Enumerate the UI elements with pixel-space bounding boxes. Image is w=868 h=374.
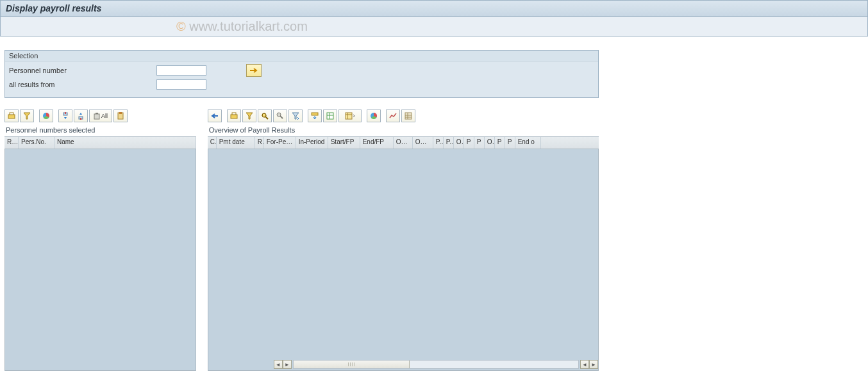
- filter-button[interactable]: [242, 110, 256, 122]
- multiple-selection-button[interactable]: [246, 64, 262, 77]
- col-c[interactable]: C: [208, 137, 217, 149]
- col-p1[interactable]: P...: [433, 137, 444, 149]
- col-o1[interactable]: O: [454, 137, 464, 149]
- svg-rect-26: [405, 113, 412, 119]
- scroll-right-step-button[interactable]: ►: [283, 360, 292, 369]
- layout-button[interactable]: [338, 110, 362, 122]
- filter-button[interactable]: [20, 110, 34, 122]
- left-toolbar: All: [4, 108, 196, 125]
- page-title: Display payroll results: [6, 3, 101, 13]
- scroll-track[interactable]: [293, 360, 579, 369]
- svg-rect-11: [231, 115, 237, 118]
- right-panel-heading: Overview of Payroll Results: [208, 125, 599, 136]
- all-results-from-label: all results from: [9, 81, 156, 88]
- grid-settings-button[interactable]: [401, 110, 415, 122]
- col-oc-1[interactable]: OC ...: [394, 137, 413, 149]
- col-in-period[interactable]: In-Period: [296, 137, 328, 149]
- svg-line-15: [265, 117, 268, 119]
- svg-rect-18: [312, 113, 318, 115]
- chart-button[interactable]: [39, 110, 53, 122]
- left-col-name[interactable]: Name: [54, 137, 196, 149]
- col-p5[interactable]: P: [495, 137, 505, 149]
- personnel-number-input[interactable]: [156, 65, 206, 76]
- col-o2[interactable]: O: [485, 137, 495, 149]
- left-col-persno[interactable]: Pers.No.: [19, 137, 54, 149]
- find-button[interactable]: [258, 110, 272, 122]
- scroll-left-end-button[interactable]: ◄: [580, 360, 589, 369]
- collapse-button[interactable]: [74, 110, 88, 122]
- right-grid-header: C Pmt date R For-Peri... In-Period Start…: [208, 136, 599, 149]
- selection-groupbox: Selection Personnel number all results f…: [4, 50, 599, 98]
- window-titlebar: Display payroll results: [0, 0, 868, 17]
- svg-rect-1: [10, 113, 13, 115]
- svg-rect-12: [232, 113, 236, 115]
- svg-rect-8: [96, 113, 98, 114]
- expand-button[interactable]: [58, 110, 72, 122]
- left-grid-body[interactable]: [4, 149, 196, 371]
- chart-button[interactable]: [367, 110, 381, 122]
- svg-rect-22: [346, 113, 352, 119]
- left-grid-header: R... Pers.No. Name: [4, 136, 196, 149]
- clipboard-button[interactable]: [113, 110, 128, 122]
- col-oc-2[interactable]: OC ...: [413, 137, 433, 149]
- svg-rect-0: [8, 115, 15, 118]
- col-for-peri[interactable]: For-Peri...: [264, 137, 296, 149]
- back-button[interactable]: [208, 110, 222, 122]
- svg-rect-7: [94, 114, 99, 119]
- col-end-fp[interactable]: End/FP: [360, 137, 394, 149]
- svg-line-17: [280, 116, 283, 118]
- stats-button[interactable]: [386, 110, 400, 122]
- col-p2[interactable]: P...: [444, 137, 454, 149]
- spreadsheet-button[interactable]: [323, 110, 337, 122]
- horizontal-scrollbar: ◄ ► ◄ ►: [274, 360, 598, 369]
- scroll-right-end-button[interactable]: ►: [589, 360, 598, 369]
- personnel-number-label: Personnel number: [9, 67, 156, 74]
- find-next-button[interactable]: [273, 110, 287, 122]
- svg-rect-4: [65, 112, 66, 114]
- application-toolbar: [0, 17, 868, 37]
- set-filter-button[interactable]: [288, 110, 303, 122]
- col-r[interactable]: R: [255, 137, 264, 149]
- all-results-from-input[interactable]: [156, 79, 206, 90]
- col-end-o[interactable]: End o: [515, 137, 541, 149]
- col-p4[interactable]: P: [474, 137, 485, 149]
- svg-rect-19: [327, 113, 333, 119]
- scroll-thumb[interactable]: [294, 361, 410, 368]
- print-button[interactable]: [227, 110, 241, 122]
- col-p6[interactable]: P: [505, 137, 515, 149]
- delete-all-button[interactable]: All: [89, 110, 112, 122]
- col-start-fp[interactable]: Start/FP: [328, 137, 360, 149]
- col-pmt-date[interactable]: Pmt date: [217, 137, 255, 149]
- scroll-left-button[interactable]: ◄: [274, 360, 283, 369]
- left-col-r[interactable]: R...: [4, 137, 19, 149]
- svg-rect-10: [119, 112, 122, 114]
- col-p3[interactable]: P: [464, 137, 474, 149]
- export-button[interactable]: [308, 110, 322, 122]
- right-grid-body[interactable]: ◄ ► ◄ ►: [208, 149, 599, 371]
- svg-rect-6: [80, 118, 81, 120]
- right-toolbar: [208, 108, 599, 125]
- selection-header: Selection: [5, 51, 598, 61]
- left-panel-heading: Personnel numbers selected: [4, 125, 196, 136]
- print-button[interactable]: [4, 110, 19, 122]
